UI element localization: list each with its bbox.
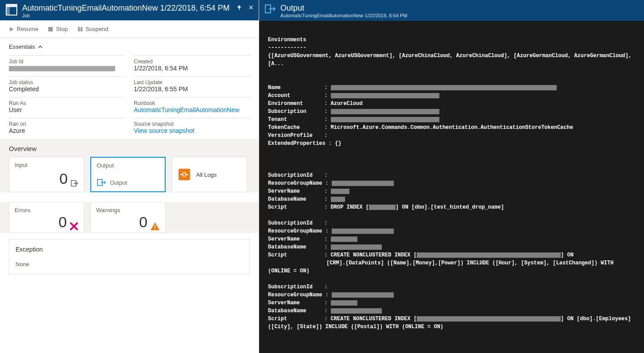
job-status-value: Completed xyxy=(9,85,125,93)
job-status-label: Job status xyxy=(9,79,125,85)
resume-label: Resume xyxy=(17,26,38,32)
svg-rect-3 xyxy=(48,27,53,31)
svg-rect-9 xyxy=(155,229,155,229)
pin-button[interactable] xyxy=(236,4,242,11)
env-dash: ------------ xyxy=(268,45,306,51)
suspend-button[interactable]: Suspend xyxy=(78,26,108,32)
error-icon xyxy=(70,222,78,231)
env-header: Environments xyxy=(268,37,306,43)
logs-icon xyxy=(178,168,191,181)
source-snapshot-label: Source snapshot xyxy=(134,121,250,127)
output-header: Output AutomaticTuningEmailAutomationNew… xyxy=(259,0,644,21)
input-card[interactable]: Input 0 xyxy=(9,157,84,192)
job-id-row: Job Id xyxy=(9,55,125,72)
overview-cards: Input 0 Output Output All Logs xyxy=(0,157,259,192)
runbook-link[interactable]: AutomaticTuningEmailAutomationNew xyxy=(134,106,250,113)
output-header-icon xyxy=(264,4,276,14)
suspend-label: Suspend xyxy=(85,26,108,32)
svg-rect-6 xyxy=(178,169,190,180)
last-update-value: 1/22/2018, 6:55 PM xyxy=(134,85,250,93)
exception-value: None xyxy=(16,261,243,268)
errors-count: 0 xyxy=(58,213,67,231)
runbook-row: Runbook AutomaticTuningEmailAutomationNe… xyxy=(134,97,250,113)
job-blade: AutomaticTuningEmailAutomationNew 1/22/2… xyxy=(0,0,259,353)
svg-rect-8 xyxy=(155,225,155,228)
created-label: Created xyxy=(134,58,250,65)
warnings-card[interactable]: Warnings 0 xyxy=(90,202,166,233)
all-logs-card[interactable]: All Logs xyxy=(172,157,247,192)
essentials-toggle[interactable]: Essentials xyxy=(0,38,259,55)
ctx-sub-redacted xyxy=(331,109,439,114)
stop-label: Stop xyxy=(56,26,68,32)
source-snapshot-link[interactable]: View source snapshot xyxy=(134,127,250,134)
svg-rect-2 xyxy=(6,7,10,15)
warnings-card-title: Warnings xyxy=(96,207,160,213)
run-as-row: Run As User xyxy=(9,97,125,113)
essentials-label: Essentials xyxy=(9,43,35,50)
exception-card: Exception None xyxy=(9,239,250,274)
ctx-name-redacted xyxy=(331,85,557,90)
all-logs-label: All Logs xyxy=(196,171,217,178)
overview-label: Overview xyxy=(0,139,259,157)
svg-rect-1 xyxy=(6,4,17,7)
errors-card[interactable]: Errors 0 xyxy=(9,202,84,233)
overview-cards-row2: Errors 0 Warnings 0 xyxy=(0,202,259,233)
warning-icon xyxy=(150,222,160,231)
close-button[interactable]: × xyxy=(248,4,253,11)
env-line: {[AzureUSGovernment, AzureUSGovernment],… xyxy=(268,53,635,67)
toolbar: Resume Stop Suspend xyxy=(0,20,259,38)
blade-subtitle: Job xyxy=(22,13,232,18)
ran-on-row: Ran on Azure xyxy=(9,118,125,134)
console-output[interactable]: Environments ------------ {[AzureUSGover… xyxy=(259,21,644,353)
input-count: 0 xyxy=(59,170,68,187)
created-row: Created 1/22/2018, 6:54 PM xyxy=(134,55,250,72)
output-card[interactable]: Output Output xyxy=(90,157,166,192)
input-icon xyxy=(70,179,78,187)
ran-on-value: Azure xyxy=(9,127,125,134)
job-id-label: Job Id xyxy=(9,58,125,65)
ctx-tenant-redacted xyxy=(331,117,439,122)
run-as-label: Run As xyxy=(9,100,125,106)
last-update-row: Last Update 1/22/2018, 6:55 PM xyxy=(134,76,250,93)
output-icon xyxy=(97,178,106,187)
resume-button[interactable]: Resume xyxy=(9,26,38,32)
created-value: 1/22/2018, 6:54 PM xyxy=(134,65,250,72)
job-id-value-redacted xyxy=(9,66,115,71)
output-sub-label: Output xyxy=(110,179,127,186)
output-blade: Output AutomaticTuningEmailAutomationNew… xyxy=(259,0,644,353)
chevron-up-icon xyxy=(38,44,43,50)
exception-title: Exception xyxy=(16,246,243,253)
output-card-title: Output xyxy=(97,162,159,169)
output-header-subtitle: AutomaticTuningEmailAutomationNew 1/22/2… xyxy=(280,13,407,18)
output-header-title: Output xyxy=(280,4,407,13)
run-as-value: User xyxy=(9,106,125,113)
input-card-title: Input xyxy=(15,162,78,168)
stop-button[interactable]: Stop xyxy=(48,26,68,32)
source-snapshot-row: Source snapshot View source snapshot xyxy=(134,118,250,134)
job-status-row: Job status Completed xyxy=(9,76,125,93)
runbook-label: Runbook xyxy=(134,100,250,106)
ran-on-label: Ran on xyxy=(9,121,125,127)
essentials-grid: Job Id Created 1/22/2018, 6:54 PM Job st… xyxy=(0,55,259,139)
blade-icon xyxy=(5,4,18,16)
last-update-label: Last Update xyxy=(134,79,250,85)
svg-rect-4 xyxy=(78,27,80,31)
svg-rect-5 xyxy=(81,27,82,31)
warnings-count: 0 xyxy=(139,213,147,231)
blade-header: AutomaticTuningEmailAutomationNew 1/22/2… xyxy=(0,0,259,20)
ctx-account-redacted xyxy=(331,93,439,98)
errors-card-title: Errors xyxy=(15,207,78,213)
blade-title: AutomaticTuningEmailAutomationNew 1/22/2… xyxy=(22,4,232,13)
